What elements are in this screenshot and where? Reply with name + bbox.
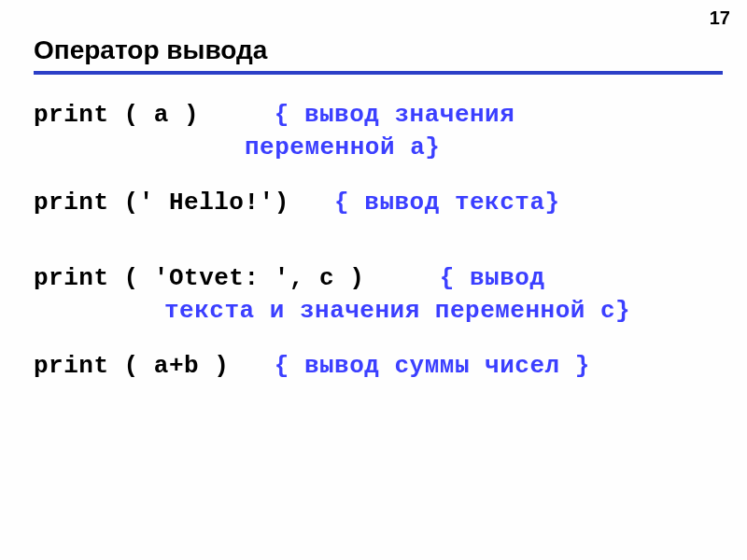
code-comment: переменной a}: [245, 132, 440, 164]
code-text: print ( a+b ): [34, 352, 229, 380]
code-comment: текста и значения переменной c}: [164, 295, 630, 328]
code-comment: { вывод суммы чисел }: [275, 352, 590, 380]
code-example-3: print ( 'Otvet: ', c ) { вывод текста и …: [34, 262, 717, 328]
code-example-1: print ( a ) { вывод значения переменной …: [34, 99, 717, 164]
slide-container: 17 Оператор вывода print ( a ) { вывод з…: [0, 0, 747, 560]
code-comment: { вывод: [440, 264, 545, 292]
code-text: print ( a ): [34, 101, 199, 129]
code-example-4: print ( a+b ) { вывод суммы чисел }: [34, 350, 717, 383]
code-comment: { вывод значения: [275, 101, 515, 129]
code-text: print ( 'Otvet: ', c ): [34, 264, 364, 292]
code-text: print (' Hello!'): [34, 189, 289, 217]
title-underline: [34, 71, 723, 75]
code-example-2: print (' Hello!') { вывод текста}: [34, 187, 717, 219]
code-comment: { вывод текста}: [334, 189, 560, 217]
slide-title: Оператор вывода: [34, 35, 717, 65]
page-number: 17: [710, 7, 730, 29]
